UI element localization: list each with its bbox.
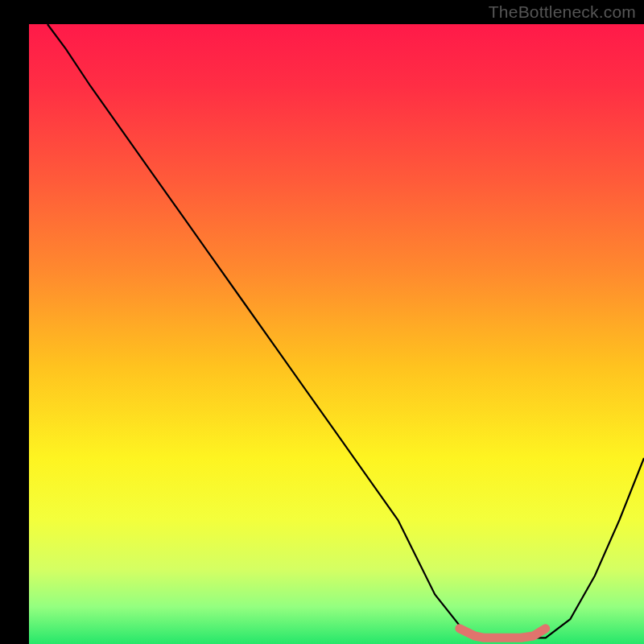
watermark-text: TheBottleneck.com [489, 2, 636, 22]
gradient-background [29, 24, 644, 644]
bottleneck-chart [0, 0, 644, 644]
chart-root: TheBottleneck.com [0, 0, 644, 644]
